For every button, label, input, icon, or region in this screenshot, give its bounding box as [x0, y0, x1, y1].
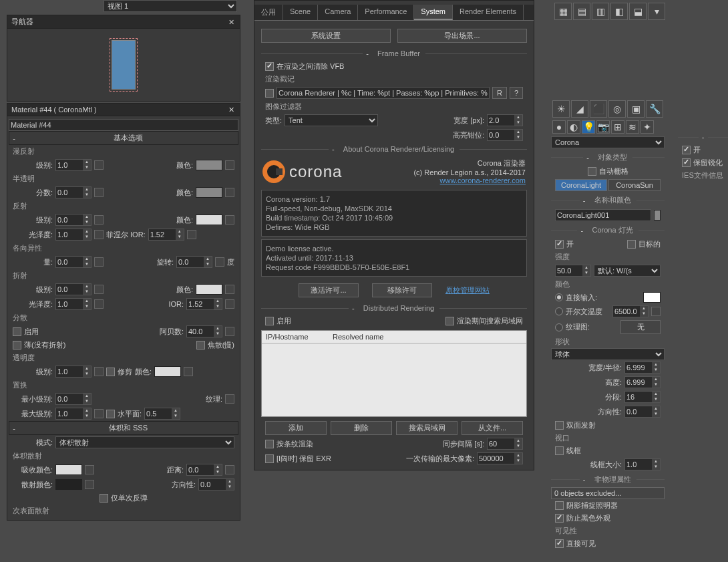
tab-performance[interactable]: Performance	[358, 5, 414, 20]
corona-website-link[interactable]: www.corona-renderer.com	[349, 176, 526, 184]
map-button[interactable]	[85, 480, 94, 489]
intensity-unit-select[interactable]: 默认: W/(s	[594, 265, 661, 277]
prevent-black-checkbox[interactable]	[555, 514, 564, 523]
motion-icon[interactable]: ◎	[608, 100, 626, 118]
refr-ior-spinner[interactable]: ▲▼	[186, 298, 222, 310]
map-button[interactable]	[225, 188, 234, 197]
sss-mode-select[interactable]: 体积散射	[55, 436, 234, 448]
map-button[interactable]	[225, 299, 234, 309]
search-lan-button[interactable]: 搜索局域网	[396, 421, 458, 435]
cameras-icon[interactable]: 📷	[596, 120, 610, 134]
spacewarps-icon[interactable]: ≋	[626, 120, 639, 134]
refl-level-spinner[interactable]: ▲▼	[55, 214, 92, 226]
scatter-color[interactable]	[55, 479, 82, 490]
enable-dr-checkbox[interactable]	[265, 317, 274, 325]
map-button[interactable]	[215, 257, 224, 267]
clamp-spinner[interactable]: ▲▼	[487, 129, 523, 141]
helpers-icon[interactable]: ⊞	[611, 120, 624, 134]
geometry-icon[interactable]: ●	[552, 120, 566, 134]
utilities-icon[interactable]: 🔧	[646, 100, 663, 118]
map-button[interactable]	[94, 299, 104, 309]
opa-color[interactable]	[154, 366, 181, 377]
double-sided-checkbox[interactable]	[555, 421, 564, 430]
map-button[interactable]	[184, 367, 193, 376]
map-button[interactable]	[94, 160, 104, 170]
tool-icon-6[interactable]: ▾	[648, 3, 665, 20]
collapse-icon[interactable]: -	[329, 145, 338, 153]
thin-checkbox[interactable]	[13, 341, 21, 349]
opa-spinner[interactable]: ▲▼	[55, 366, 92, 378]
transl-color[interactable]	[196, 187, 222, 198]
activate-license-button[interactable]: 激活许可...	[299, 283, 359, 297]
targeted-checkbox[interactable]	[627, 240, 636, 249]
seg-spinner[interactable]: ▲▼	[624, 391, 661, 403]
corona-light-button[interactable]: CoronaLight	[555, 179, 607, 191]
map-button[interactable]	[85, 465, 94, 474]
tool-icon-2[interactable]: ▤	[573, 3, 590, 20]
clip-checkbox[interactable]	[106, 368, 115, 376]
texmap-radio[interactable]	[555, 323, 563, 331]
hierarchy-icon[interactable]: ⬛	[590, 100, 607, 118]
display-icon[interactable]: ▣	[627, 100, 645, 118]
tool-icon-1[interactable]: ▦	[554, 3, 572, 20]
collapse-icon[interactable]: -	[349, 304, 358, 312]
system-settings-button[interactable]: 系统设置	[261, 29, 391, 43]
tool-icon-5[interactable]: ⬓	[629, 3, 647, 20]
enable-checkbox[interactable]	[13, 327, 21, 336]
maxpx-spinner[interactable]: ▲▼	[477, 452, 523, 464]
caustics-checkbox[interactable]	[196, 341, 205, 349]
gloss-spinner[interactable]: ▲▼	[55, 229, 92, 241]
object-name-field[interactable]	[555, 209, 651, 221]
filter-width-spinner[interactable]: ▲▼	[487, 114, 523, 126]
sync-spinner[interactable]: ▲▼	[487, 438, 523, 450]
stamp-checkbox[interactable]	[265, 89, 274, 98]
collapse-icon[interactable]: -	[577, 227, 586, 235]
water-spinner[interactable]: ▲▼	[144, 408, 180, 420]
close-icon[interactable]: ✕	[226, 105, 236, 114]
light-color[interactable]	[643, 292, 661, 303]
diffuse-level-spinner[interactable]: ▲▼	[55, 159, 92, 171]
collapse-icon[interactable]: -	[699, 133, 708, 141]
seq-render-checkbox[interactable]	[265, 440, 274, 448]
on2-checkbox[interactable]	[682, 146, 691, 154]
stamp-help-button[interactable]: ?	[510, 87, 523, 99]
map-button[interactable]	[94, 367, 104, 376]
tab-elements[interactable]: Render Elements	[453, 5, 524, 20]
clear-vfb-checkbox[interactable]	[265, 62, 274, 71]
license-manage-link[interactable]: 原校管理网站	[445, 285, 490, 295]
shape-select[interactable]: 球体	[551, 348, 665, 360]
dir-spinner[interactable]: ▲▼	[198, 478, 234, 490]
map-button[interactable]	[225, 285, 234, 294]
collapse-icon[interactable]: -	[583, 154, 592, 162]
collapse-icon[interactable]: -	[9, 134, 19, 142]
height-spinner[interactable]: ▲▼	[624, 376, 661, 388]
filter-type-select[interactable]: Tent	[285, 114, 378, 126]
intensity-spinner[interactable]: ▲▼	[555, 265, 591, 277]
object-color[interactable]	[654, 210, 661, 221]
absorb-color[interactable]	[55, 464, 82, 475]
auto-grid-checkbox[interactable]	[588, 167, 596, 176]
shapes-icon[interactable]: ◐	[567, 120, 580, 134]
systems-icon[interactable]: ✦	[641, 120, 654, 134]
kelvin-radio[interactable]	[555, 307, 563, 315]
sdir-spinner[interactable]: ▲▼	[624, 406, 661, 418]
map-button[interactable]	[94, 285, 104, 294]
aniso-rot-spinner[interactable]: ▲▼	[176, 256, 212, 268]
ior-spinner[interactable]: ▲▼	[148, 229, 184, 241]
map-button[interactable]	[94, 409, 104, 418]
export-scene-button[interactable]: 导出场景...	[397, 29, 527, 43]
tab-system[interactable]: System	[414, 5, 453, 20]
map-button[interactable]	[94, 230, 104, 239]
water-checkbox[interactable]	[106, 410, 115, 418]
tool-icon-4[interactable]: ◧	[610, 3, 628, 20]
map-button[interactable]	[225, 160, 234, 170]
tab-common[interactable]: 公用	[254, 5, 283, 20]
direct-visible-checkbox[interactable]	[555, 539, 564, 548]
keep-exr-checkbox[interactable]	[265, 454, 274, 463]
min-level-spinner[interactable]: ▲▼	[55, 393, 92, 405]
map-button[interactable]	[94, 188, 104, 197]
collapse-icon[interactable]: -	[9, 424, 19, 432]
on-checkbox[interactable]	[555, 240, 564, 249]
search-lan-checkbox[interactable]	[445, 317, 454, 325]
refl-color[interactable]	[196, 215, 222, 225]
